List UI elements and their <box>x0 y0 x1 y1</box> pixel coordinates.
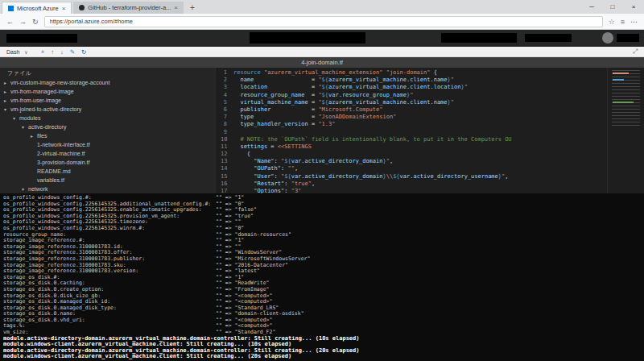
code-token: "1.3" <box>318 121 335 128</box>
tree-item-variables.tf[interactable]: variables.tf <box>0 176 217 185</box>
minimize-button[interactable]: ─ <box>581 0 602 14</box>
tree-item-vm-joined-to-active-directory[interactable]: ▾vm-joined-to-active-directory <box>0 105 217 114</box>
terraform-value: "" => "2016-Datacenter" <box>216 263 641 269</box>
code-token: settings <box>233 143 267 151</box>
terraform-value: "" => "<computed>" <box>216 323 641 330</box>
avatar[interactable] <box>602 32 613 44</box>
terminal-status-line: module.active-directory-domain.azurerm_v… <box>3 336 641 342</box>
code-token: "Name" <box>254 158 274 165</box>
code-token: : <box>284 180 291 188</box>
minimap[interactable] <box>607 68 644 193</box>
close-button[interactable]: × <box>623 0 644 14</box>
url-field[interactable]: https://portal.azure.com/#home <box>44 16 603 27</box>
download-icon[interactable]: ↓ <box>60 48 64 56</box>
tree-item-active-directory[interactable]: ▾active-directory <box>0 122 217 131</box>
redacted-region <box>617 34 639 42</box>
line-number: 13 <box>221 158 233 165</box>
terraform-value: "" => "Standard_F2" <box>216 330 641 336</box>
new-dashboard-icon[interactable]: + <box>41 48 44 56</box>
code-pane[interactable]: 1resource "azurerm_virtual_machine_exten… <box>217 68 644 193</box>
edit-icon[interactable]: ✎ <box>70 48 75 56</box>
code-line: 15 "User": "${var.active_directory_domai… <box>221 173 605 180</box>
url-text: https://portal.azure.com/#home <box>50 18 133 25</box>
chevron-down-icon[interactable]: ∨ <box>24 49 27 55</box>
code-token <box>233 173 254 180</box>
code-token: ${ <box>284 158 291 165</box>
code-token: resource_group_name <box>233 92 305 99</box>
tree-item-label: variables.tf <box>37 177 64 183</box>
tab-github[interactable]: GitHub - terraform-provider-a... × <box>73 2 184 14</box>
maximize-button[interactable]: □ <box>602 0 623 14</box>
terminal-line: storage_os_disk.0.managed_disk_id:"" => … <box>3 299 641 305</box>
code-token: = <box>312 99 318 106</box>
code-token: ${ <box>322 92 328 99</box>
line-number: 9 <box>221 129 233 136</box>
code-token: " <box>451 77 454 84</box>
more-options-icon[interactable]: ⋯ <box>630 14 638 30</box>
code-line: 11 settings = <<SETTINGS <box>221 143 605 151</box>
code-token: resource <box>233 69 261 77</box>
tree-item-vm-from-managed-image[interactable]: ▸vm-from-managed-image <box>0 87 217 96</box>
terminal-status-line: module.windows-client.azurerm_virtual_ma… <box>3 354 641 360</box>
terminal-line: storage_os_disk.0.managed_disk_type:"" =… <box>3 305 641 312</box>
terraform-value: "" => "" <box>216 244 641 251</box>
tab-title: Microsoft Azure <box>17 5 59 12</box>
new-tab-button[interactable]: + <box>184 2 201 14</box>
browser-address-bar: ← → ↻ https://portal.azure.com/#home ☆ ≡… <box>0 14 644 30</box>
twisty-icon: ▾ <box>13 114 19 122</box>
code-token: "azurerm_virtual_machine_extension" <box>264 69 383 77</box>
fullscreen-icon[interactable]: ⤢ <box>633 48 638 56</box>
tree-item-README.md[interactable]: README.md <box>0 167 217 176</box>
terraform-attribute: storage_image_reference.3100001783.versi… <box>3 268 216 275</box>
tree-item-label: 2-virtual-machine.tf <box>37 151 85 156</box>
code-token: var.active_directory_domain <box>291 173 383 180</box>
code-token: : <box>281 165 287 172</box>
code-line: 8 type_handler_version = "1.3" <box>221 121 605 128</box>
code-token <box>267 84 312 91</box>
code-editor: ファイル ▸vm-custom-image-new-storage-accoun… <box>0 68 644 193</box>
tree-item-1-network-interface.tf[interactable]: 1-network-interface.tf <box>0 140 217 149</box>
terraform-value: "" => "Standard_LRS" <box>216 305 641 312</box>
terraform-attribute: storage_image_reference.#: <box>3 238 216 244</box>
back-button[interactable]: ← <box>6 14 14 30</box>
redacted-region <box>6 34 77 43</box>
terminal-line: storage_image_reference.3100001783.publi… <box>3 256 641 263</box>
browser-window: Microsoft Azure × GitHub - terraform-pro… <box>0 0 644 361</box>
code-token: # NOTE: the `OUPath` field is intentiona… <box>233 136 512 143</box>
code-token: "Restart" <box>254 180 284 188</box>
tree-item-label: 1-network-interface.tf <box>37 142 90 147</box>
refresh-icon[interactable]: ↻ <box>81 48 86 56</box>
code-token <box>233 158 254 165</box>
code-token: = <box>267 143 278 151</box>
line-number: 15 <box>221 173 233 180</box>
tree-item-files[interactable]: ▸files <box>0 131 217 140</box>
tab-close-icon[interactable]: × <box>62 5 66 12</box>
tree-item-vm-from-user-image[interactable]: ▸vm-from-user-image <box>0 96 217 105</box>
code-line: 2 name = "${azurerm_virtual_machine.clie… <box>221 77 605 84</box>
terminal-line: os_profile_windows_config.#:"" => "1" <box>3 195 641 201</box>
terminal-line: os_profile_windows_config.2256145325.add… <box>3 201 641 208</box>
terminal-output[interactable]: os_profile_windows_config.#:"" => "1"os_… <box>0 193 644 361</box>
hub-icon[interactable]: ≡ <box>621 14 625 30</box>
refresh-button[interactable]: ↻ <box>32 14 39 30</box>
terraform-attribute: os_profile_windows_config.2256145325.win… <box>3 226 216 232</box>
code-token: " <box>451 99 454 106</box>
tree-item-2-virtual-machine.tf[interactable]: 2-virtual-machine.tf <box>0 149 217 158</box>
code-token: azurerm_virtual_machine.client.location <box>328 84 460 91</box>
upload-icon[interactable]: ↑ <box>51 48 54 56</box>
code-line: 6 publisher = "Microsoft.Compute" <box>221 106 605 114</box>
forward-button[interactable]: → <box>19 14 27 30</box>
tree-item-network[interactable]: ▾network <box>0 185 217 193</box>
favorites-star-icon[interactable]: ☆ <box>609 14 615 30</box>
code-token: azurerm_virtual_machine.client.name <box>328 99 448 106</box>
dashboard-label[interactable]: Dash <box>6 49 19 55</box>
tree-item-modules[interactable]: ▾modules <box>0 114 217 122</box>
terraform-value: "" => "domain-client-osdisk" <box>216 311 641 317</box>
tree-item-3-provision-domain.tf[interactable]: 3-provision-domain.tf <box>0 158 217 167</box>
tree-item-vm-custom-image-new-storage-account[interactable]: ▸vm-custom-image-new-storage-account <box>0 78 217 87</box>
tree-item-label: 3-provision-domain.tf <box>37 160 89 165</box>
tab-close-icon[interactable]: × <box>174 4 178 11</box>
tree-item-label: files <box>37 133 47 139</box>
code-token: ${ <box>322 99 328 106</box>
tab-microsoft-azure[interactable]: Microsoft Azure × <box>2 2 72 14</box>
